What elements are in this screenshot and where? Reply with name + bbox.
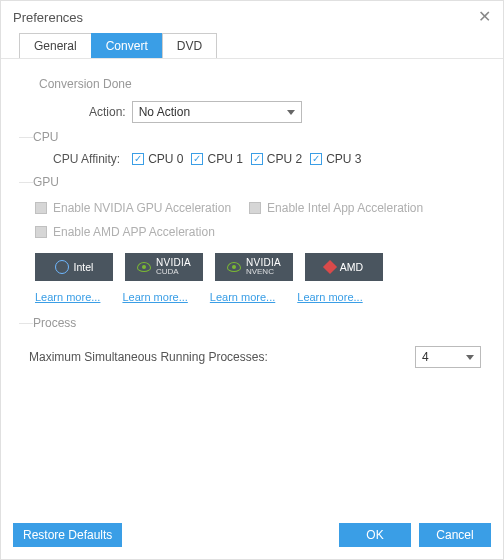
preferences-dialog: Preferences ✕ General Convert DVD Conver…	[0, 0, 504, 560]
dialog-body: Conversion Done Action: No Action CPU CP…	[1, 59, 503, 513]
dialog-title: Preferences	[13, 10, 83, 25]
amd-diamond-icon	[323, 260, 337, 274]
cpu1-option: ✓ CPU 1	[191, 152, 242, 166]
badge-intel[interactable]: Intel	[35, 253, 113, 281]
chevron-down-icon	[466, 355, 474, 360]
badge-nvidia-nvenc-stack: NVIDIA NVENC	[246, 258, 281, 277]
cpu2-checkbox[interactable]: ✓	[251, 153, 263, 165]
cpu1-checkbox[interactable]: ✓	[191, 153, 203, 165]
cpu2-label: CPU 2	[267, 152, 302, 166]
dialog-footer: Restore Defaults OK Cancel	[1, 513, 503, 559]
gpu-legend: GPU	[33, 175, 485, 189]
section-gpu: GPU Enable NVIDIA GPU Acceleration Enabl…	[19, 182, 485, 303]
gpu-nvidia-checkbox	[35, 202, 47, 214]
cpu0-option: ✓ CPU 0	[132, 152, 183, 166]
cpu-legend: CPU	[33, 130, 485, 144]
gpu-intel-checkbox	[249, 202, 261, 214]
gpu-nvidia-option: Enable NVIDIA GPU Acceleration	[35, 201, 231, 215]
action-label: Action:	[89, 105, 126, 119]
badge-nvidia-nvenc[interactable]: NVIDIA NVENC	[215, 253, 293, 281]
chevron-down-icon	[287, 110, 295, 115]
process-legend: Process	[33, 316, 485, 330]
cpu3-checkbox[interactable]: ✓	[310, 153, 322, 165]
cancel-button[interactable]: Cancel	[419, 523, 491, 547]
tabbar: General Convert DVD	[19, 33, 485, 59]
tab-convert[interactable]: Convert	[91, 33, 162, 59]
learn-more-row: Learn more... Learn more... Learn more..…	[35, 291, 485, 303]
action-select-value: No Action	[139, 105, 190, 119]
gpu-badges: Intel NVIDIA CUDA NVIDIA NVENC	[35, 253, 485, 281]
tab-general[interactable]: General	[19, 33, 91, 59]
action-row: Action: No Action	[89, 101, 485, 123]
gpu-amd-checkbox	[35, 226, 47, 238]
gpu-amd-label: Enable AMD APP Acceleration	[53, 225, 215, 239]
ok-button[interactable]: OK	[339, 523, 411, 547]
cpu-affinity-label: CPU Affinity:	[53, 152, 120, 166]
gpu-amd-option: Enable AMD APP Acceleration	[35, 225, 215, 239]
close-icon[interactable]: ✕	[478, 9, 491, 25]
section-process: Process Maximum Simultaneous Running Pro…	[19, 323, 485, 368]
gpu-nvidia-label: Enable NVIDIA GPU Acceleration	[53, 201, 231, 215]
badge-amd-label: AMD	[340, 261, 363, 273]
cpu0-label: CPU 0	[148, 152, 183, 166]
section-conversion-done: Conversion Done	[39, 77, 485, 91]
titlebar: Preferences ✕	[1, 1, 503, 31]
footer-right-buttons: OK Cancel	[339, 523, 491, 547]
nvidia-eye-icon	[137, 262, 151, 272]
cpu3-option: ✓ CPU 3	[310, 152, 361, 166]
badge-nvidia-nvenc-l2: NVENC	[246, 268, 281, 276]
section-cpu: CPU CPU Affinity: ✓ CPU 0 ✓ CPU 1 ✓ CPU …	[19, 137, 485, 166]
max-processes-label: Maximum Simultaneous Running Processes:	[29, 350, 268, 364]
badge-nvidia-cuda[interactable]: NVIDIA CUDA	[125, 253, 203, 281]
learn-more-amd[interactable]: Learn more...	[297, 291, 362, 303]
badge-intel-label: Intel	[74, 261, 94, 273]
cpu3-label: CPU 3	[326, 152, 361, 166]
learn-more-intel[interactable]: Learn more...	[35, 291, 100, 303]
learn-more-nvenc[interactable]: Learn more...	[210, 291, 275, 303]
cpu-affinity-row: CPU Affinity: ✓ CPU 0 ✓ CPU 1 ✓ CPU 2 ✓ …	[53, 152, 485, 166]
cpu0-checkbox[interactable]: ✓	[132, 153, 144, 165]
gpu-intel-label: Enable Intel App Acceleration	[267, 201, 423, 215]
gpu-options: Enable NVIDIA GPU Acceleration Enable In…	[35, 201, 485, 239]
max-processes-select[interactable]: 4	[415, 346, 481, 368]
intel-ring-icon	[55, 260, 69, 274]
cpu1-label: CPU 1	[207, 152, 242, 166]
tab-dvd[interactable]: DVD	[162, 33, 217, 59]
badge-amd[interactable]: AMD	[305, 253, 383, 281]
badge-nvidia-cuda-stack: NVIDIA CUDA	[156, 258, 191, 277]
gpu-intel-option: Enable Intel App Acceleration	[249, 201, 423, 215]
learn-more-cuda[interactable]: Learn more...	[122, 291, 187, 303]
cpu2-option: ✓ CPU 2	[251, 152, 302, 166]
max-processes-value: 4	[422, 350, 429, 364]
action-select[interactable]: No Action	[132, 101, 302, 123]
restore-defaults-button[interactable]: Restore Defaults	[13, 523, 122, 547]
nvidia-eye-icon	[227, 262, 241, 272]
badge-nvidia-cuda-l2: CUDA	[156, 268, 191, 276]
process-row: Maximum Simultaneous Running Processes: …	[29, 346, 481, 368]
